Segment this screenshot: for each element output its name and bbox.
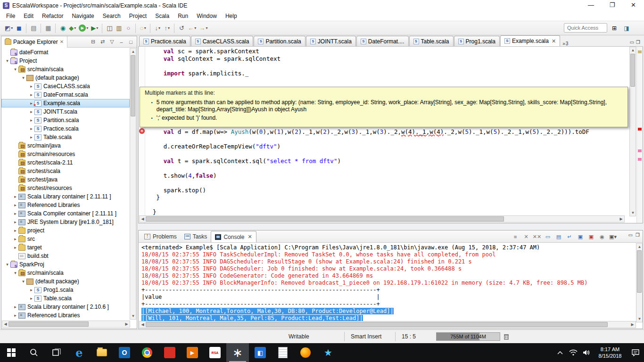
show-stderr-icon[interactable]: ▣ [587, 232, 595, 241]
editor-vertical-scrollbar[interactable]: ▲ ▼ [629, 47, 636, 216]
close-window-button[interactable]: ✕ [623, 0, 644, 11]
dropdown-arrow-icon[interactable]: ▾ [158, 26, 160, 30]
collapsed-arrow-icon[interactable]: ▸ [12, 245, 18, 250]
collapsed-arrow-icon[interactable]: ▸ [12, 228, 18, 233]
editor-horizontal-scrollbar[interactable]: ◀ ▶ [139, 215, 625, 222]
tree-item-example-scala[interactable]: ▸SExample.scala [1, 99, 130, 107]
search-button[interactable] [23, 343, 45, 362]
open-perspective-icon[interactable]: ⊞ [609, 24, 619, 33]
collapse-all-icon[interactable]: ⊟ [89, 38, 97, 46]
tree-item-dateformat[interactable]: dateFormat [1, 48, 130, 57]
collapsed-arrow-icon[interactable]: ▸ [28, 84, 34, 89]
forward-icon[interactable]: →▾ [198, 23, 209, 33]
expanded-arrow-icon[interactable]: ▾ [20, 75, 26, 80]
maximize-editor-icon[interactable]: ❒ [636, 40, 640, 45]
save-icon[interactable]: ◼ [14, 23, 24, 33]
tree-item-src-test-resources[interactable]: src/test/resources [1, 184, 130, 192]
open-console-view-icon[interactable]: ▤ [29, 23, 38, 33]
tree-item-default-package[interactable]: ▾(default package) [1, 277, 130, 286]
tab-overflow-indicator[interactable]: »3 [562, 41, 568, 46]
minimize-editor-icon[interactable]: ▭ [630, 40, 634, 45]
run-garbage-collector-button[interactable] [503, 333, 510, 340]
console-tab-tasks[interactable]: Tasks [181, 231, 211, 242]
back-icon[interactable]: ←▾ [186, 23, 198, 33]
task-view-button[interactable] [45, 343, 68, 362]
collapsed-arrow-icon[interactable]: ▸ [28, 288, 34, 292]
menu-window[interactable]: Window [192, 12, 221, 20]
minimize-view-icon[interactable]: – [117, 38, 125, 46]
taskbar-app-notes-app[interactable] [272, 343, 294, 362]
show-hidden-icons-button[interactable] [553, 343, 567, 362]
tree-item-src[interactable]: ▸src [1, 235, 130, 243]
collapsed-arrow-icon[interactable]: ▸ [28, 126, 34, 131]
action-center-button[interactable] [627, 343, 644, 362]
error-marker-icon[interactable]: ✕ [139, 128, 145, 134]
dropdown-arrow-icon[interactable]: ▾ [74, 26, 76, 30]
dropdown-arrow-icon[interactable]: ▾ [11, 26, 13, 30]
collapsed-arrow-icon[interactable]: ▸ [12, 304, 18, 309]
tree-item-src-main-scala[interactable]: ▾src/main/scala [1, 65, 130, 74]
collapsed-arrow-icon[interactable]: ▸ [12, 313, 18, 318]
new-icon[interactable]: ◩▾ [3, 23, 14, 33]
run-icon[interactable]: ▶▾ [77, 23, 90, 33]
taskbar-app-outlook[interactable]: O [113, 343, 136, 362]
minimize-window-button[interactable]: — [580, 0, 602, 11]
quick-access-box[interactable]: Quick Access [564, 23, 607, 33]
taskbar-app-chrome[interactable] [136, 343, 158, 362]
tree-item-table-scala[interactable]: ▸STable.scala [1, 133, 130, 141]
pink-ruler-marker[interactable] [638, 158, 642, 161]
editor-tab-practice-scala[interactable]: SPractice.scala [139, 36, 190, 46]
tree-item-table-scala[interactable]: ▸STable.scala [1, 294, 130, 303]
tree-item-src-test-java[interactable]: src/test/java [1, 175, 130, 184]
external-tools-icon[interactable]: ▶▾ [90, 23, 99, 33]
editor-tab-example-scala[interactable]: SExample.scala✕ [500, 35, 560, 46]
tree-item-dateformat-scala[interactable]: ▸SDateFormat.scala [1, 90, 130, 99]
minimize-console-icon[interactable]: ▭ [628, 232, 633, 238]
collapsed-arrow-icon[interactable]: ▸ [12, 203, 18, 207]
tree-item-scala-library-container-2-10-6[interactable]: ▸Scala Library container [ 2.10.6 ] [1, 303, 130, 311]
prev-annotation-icon[interactable]: ↑▾ [162, 23, 172, 33]
restore-window-button[interactable]: ❐ [602, 0, 623, 11]
collapsed-arrow-icon[interactable]: ▸ [28, 118, 34, 123]
new-class-icon[interactable]: ○ [124, 23, 133, 33]
dropdown-arrow-icon[interactable]: ▾ [96, 26, 98, 30]
tree-item-project[interactable]: ▾Project [1, 57, 130, 65]
editor-tab-dateformat[interactable]: SDateFormat.... [356, 36, 409, 46]
error-ruler-marker[interactable] [638, 128, 642, 131]
tree-item-build-sbt[interactable]: build.sbt [1, 252, 130, 260]
run-scala-application-icon[interactable]: ◉ [58, 23, 67, 33]
pink-ruler-marker[interactable] [638, 149, 642, 152]
console-vertical-scrollbar[interactable]: ▲ ▼ [636, 243, 643, 322]
collapsed-arrow-icon[interactable]: ▸ [28, 92, 34, 97]
tree-item-src-test-scala[interactable]: src/test/scala [1, 167, 130, 175]
taskbar-app-spark-app[interactable]: ★ [317, 343, 339, 362]
tree-item-caseclass-scala[interactable]: ▸SCaseCLASS.scala [1, 82, 130, 90]
collapsed-arrow-icon[interactable]: ▸ [12, 194, 18, 199]
close-tab-icon[interactable]: ✕ [248, 234, 252, 240]
console-tab-console[interactable]: Console✕ [211, 231, 256, 242]
tree-item-scala-library-container-2-11-11[interactable]: ▸Scala Library container [ 2.11.11 ] [1, 192, 130, 201]
explorer-horizontal-scrollbar[interactable]: ◀ ▶ [2, 321, 130, 328]
menu-project[interactable]: Project [125, 12, 151, 20]
collapsed-arrow-icon[interactable]: ▸ [12, 220, 18, 224]
tree-item-prog1-scala[interactable]: ▸SProg1.scala [1, 286, 130, 294]
tree-item-referenced-libraries[interactable]: ▸Referenced Libraries [1, 201, 130, 209]
package-explorer-tab[interactable]: Package Explorer ✕ [1, 36, 67, 48]
open-console-dropdown-icon[interactable]: ▣▾ [609, 232, 617, 241]
dropdown-arrow-icon[interactable]: ▾ [168, 26, 170, 30]
close-tab-icon[interactable]: ✕ [552, 38, 556, 44]
console-output[interactable]: <terminated> Example$ [Scala Application… [139, 243, 636, 322]
close-view-icon[interactable]: ✕ [60, 39, 64, 44]
taskbar-app-edge[interactable]: e [68, 343, 91, 362]
dropdown-arrow-icon[interactable]: ▾ [206, 26, 207, 30]
menu-search[interactable]: Search [99, 12, 125, 20]
terminate-icon[interactable]: ■ [511, 232, 520, 241]
expanded-arrow-icon[interactable]: ▾ [4, 58, 10, 63]
console-tab-problems[interactable]: Problems [140, 231, 181, 242]
pin-console-icon[interactable]: ◉ [598, 232, 606, 241]
menu-help[interactable]: Help [221, 12, 241, 20]
remove-launch-icon[interactable]: ✕ [522, 232, 530, 241]
start-button[interactable] [0, 343, 23, 362]
taskbar-app-photos-app[interactable]: ◧ [249, 343, 272, 362]
menu-refactor[interactable]: Refactor [38, 12, 67, 20]
